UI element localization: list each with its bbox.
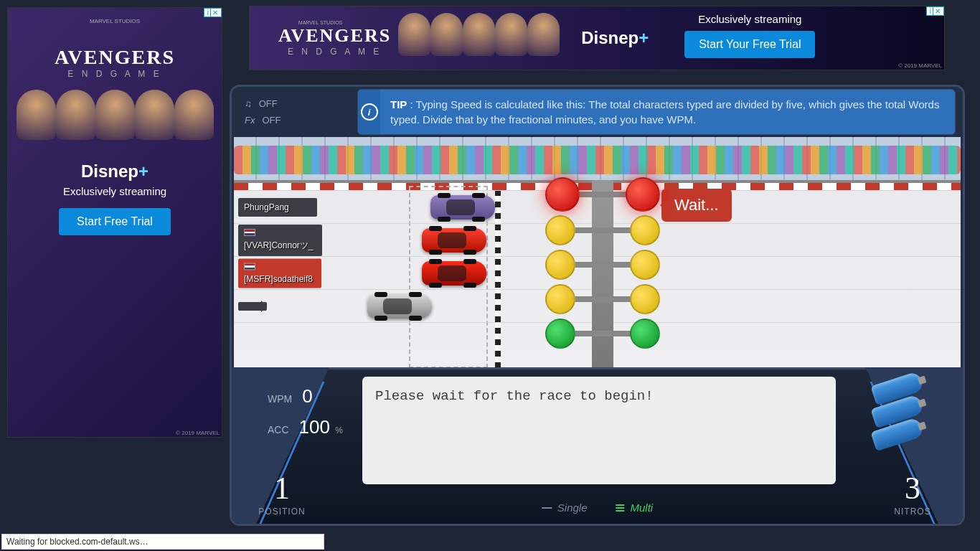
mode-multi[interactable]: Multi	[616, 501, 654, 514]
game-topbar: ♫ OFF Fx OFF i TIP : Typing Speed is cal…	[232, 87, 963, 137]
ad-cta-button[interactable]: Start Free Trial	[59, 208, 171, 235]
ad-title: AVENGERS	[8, 46, 222, 69]
stats: WPM 0 ACC 100 %	[268, 385, 343, 447]
position-display: 1 POSITION	[246, 470, 318, 517]
player-name: [MSFR]sodatheif8	[244, 273, 313, 283]
position-label: POSITION	[246, 507, 318, 517]
light-green	[630, 319, 660, 349]
sound-settings: ♫ OFF Fx OFF	[239, 98, 347, 126]
light-yellow	[630, 284, 660, 314]
car-red-me	[422, 261, 486, 286]
mode-switch: Single Multi	[542, 501, 653, 514]
acc-label: ACC	[268, 424, 289, 435]
ad-banner-top[interactable]: i✕ MARVEL STUDIOS AVENGERS E N D G A M E…	[249, 6, 945, 70]
car-purple	[430, 195, 495, 220]
player-tag: [VVAR]Connorツ_	[238, 225, 322, 256]
light-green	[545, 319, 575, 349]
nitros-label: NITROS	[877, 507, 948, 517]
music-state: OFF	[259, 98, 278, 109]
ad-cta-button[interactable]: Start Your Free Trial	[684, 31, 815, 58]
flag-us-icon	[244, 229, 255, 236]
adchoices-icon[interactable]: i✕	[926, 6, 944, 16]
light-yellow	[630, 250, 660, 280]
ad-characters	[398, 13, 560, 63]
position-value: 1	[246, 470, 318, 507]
tip-text: TIP : Typing Speed is calculated like th…	[380, 90, 955, 134]
acc-value: 100 %	[299, 416, 343, 438]
light-yellow	[545, 250, 575, 280]
light-yellow	[630, 215, 660, 245]
info-icon: i	[358, 90, 380, 134]
disney-plus-logo: Disnep+	[8, 161, 222, 182]
ad-sidebar[interactable]: i✕ MARVEL STUDIOS AVENGERS E N D G A M E…	[7, 7, 222, 438]
car-silver	[367, 294, 432, 319]
mode-single-label: Single	[557, 501, 588, 514]
light-yellow	[545, 284, 575, 314]
light-red	[545, 177, 580, 212]
ad-title: AVENGERS	[278, 25, 391, 47]
ad-characters	[8, 90, 222, 154]
ad-tagline: Exclusively streaming	[698, 13, 801, 25]
car-red	[422, 228, 486, 253]
game-container: ♫ OFF Fx OFF i TIP : Typing Speed is cal…	[230, 85, 965, 526]
wpm-value: 0	[302, 385, 312, 408]
light-red	[626, 177, 660, 212]
player-tag-me: [MSFR]sodatheif8	[238, 258, 321, 288]
player-tag: PhungPang	[238, 198, 317, 217]
ad-subtitle: E N D G A M E	[278, 47, 391, 57]
ad-studio: MARVEL STUDIOS	[250, 20, 391, 25]
fx-toggle[interactable]: Fx OFF	[245, 115, 347, 126]
multi-icon	[616, 504, 625, 512]
nitro-bottles	[872, 378, 923, 447]
fx-icon: Fx	[245, 115, 255, 126]
ad-copyright: © 2019 MARVEL	[898, 62, 942, 69]
tip-box: i TIP : Typing Speed is calculated like …	[357, 89, 956, 135]
player-tag-empty	[238, 302, 267, 311]
nitros-display: 3 NITROS	[877, 470, 948, 517]
nitros-value: 3	[877, 470, 948, 507]
dashboard: WPM 0 ACC 100 % 1 POSITION Please wait f…	[232, 367, 963, 524]
light-yellow	[545, 215, 575, 245]
lanes: PhungPang [VVAR]Connorツ_ [MSFR]sodatheif…	[234, 190, 961, 368]
browser-status-bar: Waiting for blocked.com-default.ws…	[1, 534, 324, 550]
music-toggle[interactable]: ♫ OFF	[245, 98, 347, 109]
ad-subtitle: E N D G A M E	[8, 69, 222, 79]
race-track: PhungPang [VVAR]Connorツ_ [MSFR]sodatheif…	[234, 137, 961, 368]
ad-copyright: © 2019 MARVEL	[176, 430, 220, 436]
typing-input-area[interactable]: Please wait for the race to begin!	[362, 377, 836, 484]
ad-tagline: Exclusively streaming	[8, 185, 222, 197]
player-name: PhungPang	[244, 202, 289, 212]
wpm-label: WPM	[268, 393, 292, 405]
adchoices-icon[interactable]: i✕	[204, 8, 222, 17]
wait-indicator: Wait...	[661, 189, 732, 222]
fx-state: OFF	[262, 115, 281, 126]
player-name: [VVAR]Connorツ_	[244, 240, 314, 250]
ad-studio: MARVEL STUDIOS	[8, 18, 222, 24]
mode-multi-label: Multi	[631, 501, 654, 514]
music-icon: ♫	[245, 98, 252, 109]
disney-plus-logo: Disnep+	[581, 28, 649, 48]
flag-us-icon	[244, 263, 255, 270]
single-icon	[542, 507, 552, 509]
traffic-light-tree	[545, 180, 660, 372]
mode-single[interactable]: Single	[542, 501, 588, 514]
crowd	[234, 137, 961, 183]
